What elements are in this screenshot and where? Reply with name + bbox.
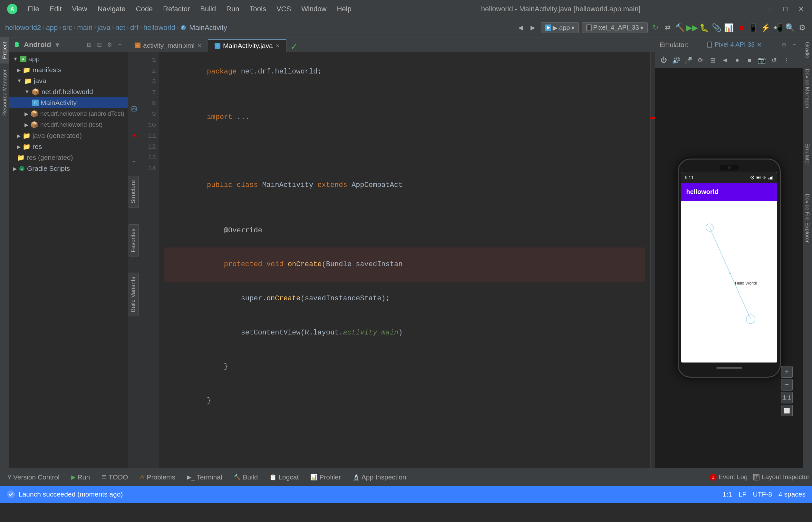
tree-res[interactable]: 📁 res xyxy=(9,141,128,152)
gutter-10[interactable]: ● xyxy=(128,130,140,141)
volume-icon[interactable]: 🔊 xyxy=(671,56,681,65)
device-manager-tab[interactable]: Device Manager xyxy=(803,64,812,113)
breadcrumb-drf[interactable]: drf xyxy=(130,23,139,32)
avd-icon[interactable]: 📲 xyxy=(773,23,783,32)
screenshot-icon[interactable]: 📷 xyxy=(757,56,767,65)
project-close-icon[interactable]: − xyxy=(116,41,124,49)
tab-mainactivity-java[interactable]: J MainActivity.java ✕ xyxy=(208,39,286,52)
search2-icon[interactable]: 🔍 xyxy=(786,23,795,32)
zoom-in-button[interactable]: + xyxy=(781,366,793,378)
close-button[interactable]: ✕ xyxy=(796,4,806,14)
build-variants-tab[interactable]: Build Variants xyxy=(128,273,139,317)
breadcrumb-java[interactable]: java xyxy=(97,23,110,32)
code-content[interactable]: package net.drf.helloworld; import ... p… xyxy=(159,52,650,468)
emulator-device-selector[interactable]: Pixel 4 API 33 ✕ xyxy=(706,41,763,49)
resource-manager-tab[interactable]: Resource Manager xyxy=(0,65,9,121)
menu-run[interactable]: Run xyxy=(222,3,244,15)
tree-res-gen[interactable]: 📁 res (generated) xyxy=(9,152,128,163)
debug-icon[interactable]: 🐛 xyxy=(700,23,709,32)
menu-help[interactable]: Help xyxy=(332,3,356,15)
favorites-tab[interactable]: Favorites xyxy=(128,224,139,257)
terminal-tab[interactable]: ▶_ Terminal xyxy=(182,471,227,483)
sync-icon[interactable]: ↻ xyxy=(651,23,660,32)
close-xml-tab[interactable]: ✕ xyxy=(197,42,201,49)
nav-back-icon[interactable]: ◄ xyxy=(516,23,525,32)
tree-java[interactable]: 📁 java xyxy=(9,75,128,86)
menu-refactor[interactable]: Refactor xyxy=(159,3,194,15)
build-icon[interactable]: 🔨 xyxy=(675,23,684,32)
emulator-settings-icon[interactable]: ⚙ xyxy=(780,41,788,49)
maximize-button[interactable]: □ xyxy=(781,4,790,14)
profile-icon[interactable]: 📊 xyxy=(724,23,733,32)
profiler-tab[interactable]: 📊 Profiler xyxy=(305,471,346,483)
event-log-button[interactable]: 1 Event Log xyxy=(710,473,748,481)
sync2-icon[interactable]: ⇄ xyxy=(663,23,672,32)
back-icon[interactable]: ◄ xyxy=(720,56,730,65)
tree-app[interactable]: A app xyxy=(9,54,128,64)
minimize-button[interactable]: ─ xyxy=(766,4,775,14)
breadcrumb-helloworld2[interactable]: helloworld2 xyxy=(5,23,41,32)
rotate-icon[interactable]: ⟳ xyxy=(696,56,705,65)
breadcrumb-src[interactable]: src xyxy=(63,23,72,32)
tree-androidtest[interactable]: 📦 net.drf.helloworld (androidTest) xyxy=(9,108,128,119)
app-switch-icon[interactable]: ■ xyxy=(745,56,754,65)
tree-manifests[interactable]: 📁 manifests xyxy=(9,64,128,75)
emulator-close-icon[interactable]: − xyxy=(790,41,798,49)
run-tab[interactable]: ▶ Run xyxy=(66,471,95,483)
project-tab[interactable]: Project xyxy=(0,37,9,63)
gutter-13[interactable]: ⌐ xyxy=(128,158,140,166)
tree-mainactivity[interactable]: C MainActivity xyxy=(9,97,128,108)
breadcrumb-main[interactable]: main xyxy=(77,23,93,32)
zoom-out-button[interactable]: − xyxy=(781,379,793,390)
code-editor[interactable]: <> ● ⌐ 1 2 3 7 xyxy=(128,52,655,468)
menu-code[interactable]: Code xyxy=(131,3,158,15)
menu-build[interactable]: Build xyxy=(196,3,220,15)
settings-icon[interactable]: ⚙ xyxy=(798,23,807,32)
project-settings-icon[interactable]: ⚙ xyxy=(105,41,114,49)
breadcrumb-mainactivity[interactable]: MainActivity xyxy=(189,23,227,32)
breadcrumb-net[interactable]: net xyxy=(115,23,125,32)
stop-icon[interactable]: ■ xyxy=(737,23,746,32)
fold-icon[interactable]: ⊟ xyxy=(708,56,717,65)
zoom-fit-button[interactable]: 1:1 xyxy=(781,392,793,403)
project-sync-icon[interactable]: ⊞ xyxy=(85,41,93,49)
sdk-icon[interactable]: ⚡ xyxy=(761,23,770,32)
menu-tools[interactable]: Tools xyxy=(245,3,271,15)
todo-tab[interactable]: ☰ TODO xyxy=(96,471,133,483)
tab-activity-main-xml[interactable]: X activity_main.xml ✕ xyxy=(128,39,208,52)
gutter-7[interactable]: <> xyxy=(128,104,140,114)
nav-forward-icon[interactable]: ► xyxy=(528,23,537,32)
device-file-explorer-tab[interactable]: Device File Explorer xyxy=(803,189,812,247)
layout-inspector-button[interactable]: Layout Inspector xyxy=(753,473,809,481)
tree-java-gen[interactable]: 📁 java (generated) xyxy=(9,130,128,141)
menu-edit[interactable]: Edit xyxy=(45,3,66,15)
gradle-tab[interactable]: Gradle xyxy=(803,37,812,63)
rotate2-icon[interactable]: ↺ xyxy=(769,56,779,65)
project-collapse-icon[interactable]: ⊟ xyxy=(95,41,103,49)
emulator-tab-right[interactable]: Emulator xyxy=(803,139,812,170)
zoom-crop-button[interactable]: ⬜ xyxy=(781,405,793,416)
tree-gradle[interactable]: G Gradle Scripts xyxy=(9,163,128,174)
build-tab[interactable]: 🔨 Build xyxy=(228,471,263,483)
attach-icon[interactable]: 📎 xyxy=(712,23,721,32)
tree-test[interactable]: 📦 net.drf.helloworld (test) xyxy=(9,119,128,130)
problems-tab[interactable]: ⚠ Problems xyxy=(134,471,180,483)
logcat-tab[interactable]: 📋 Logcat xyxy=(264,471,304,483)
breadcrumb-helloworld[interactable]: helloworld xyxy=(143,23,175,32)
power-icon[interactable]: ⏻ xyxy=(659,56,669,65)
menu-window[interactable]: Window xyxy=(297,3,331,15)
app-inspection-tab[interactable]: 🔬 App Inspection xyxy=(347,471,411,483)
tree-package[interactable]: 📦 net.drf.helloworld xyxy=(9,86,128,97)
run-icon[interactable]: ▶▶ xyxy=(688,23,697,32)
menu-navigate[interactable]: Navigate xyxy=(93,3,130,15)
device-dropdown[interactable]: Pixel_4_API_33 ▾ xyxy=(582,22,648,33)
more-icon[interactable]: ⋮ xyxy=(781,56,791,65)
home-icon[interactable]: ● xyxy=(732,56,742,65)
menu-view[interactable]: View xyxy=(67,3,92,15)
version-control-tab[interactable]: ⑂ Version Control xyxy=(3,471,65,483)
breadcrumb-app[interactable]: app xyxy=(46,23,58,32)
close-java-tab[interactable]: ✕ xyxy=(276,43,280,49)
device-manager-icon[interactable]: 📱 xyxy=(749,23,758,32)
mic-icon[interactable]: 🎤 xyxy=(684,56,693,65)
editor-scrollbar[interactable] xyxy=(650,52,655,468)
